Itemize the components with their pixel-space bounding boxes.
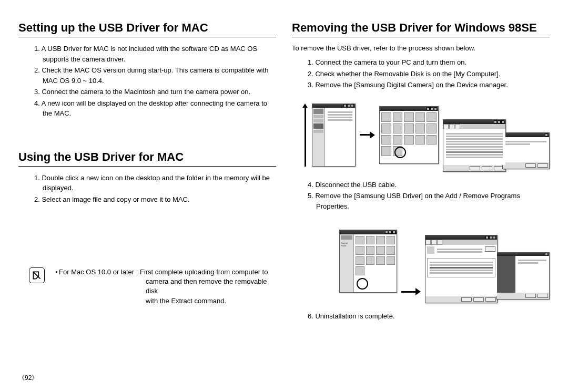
list-item: 2. Check whether the Removable Disk is o… xyxy=(308,69,550,79)
list-item: 3. Remove the [Samsung Digital Camera] o… xyxy=(308,80,550,90)
intro-text: To remove the USB driver, refer to the p… xyxy=(292,44,550,53)
heading-setup-mac: Setting up the USB Driver for MAC xyxy=(18,21,276,37)
remove-list-b: 4. Disconnect the USB cable. 5. Remove t… xyxy=(292,180,550,212)
list-item: 5. Remove the [Samsung USB Driver] on th… xyxy=(308,191,550,211)
page-number: 《92》 xyxy=(18,374,38,383)
left-column: Setting up the USB Driver for MAC 1. A U… xyxy=(18,21,276,323)
list-item: 4. Disconnect the USB cable. xyxy=(308,180,550,190)
list-item: 2. Select an image file and copy or move… xyxy=(34,194,276,205)
figure-row-1 xyxy=(302,98,550,172)
screenshot-complete-dialog xyxy=(496,252,550,300)
list-item: 1. A USB Driver for MAC is not included … xyxy=(34,44,276,64)
list-item: 6. Uninstallation is complete. xyxy=(308,311,550,322)
note-text: For Mac OS 10.0 or later : First complet… xyxy=(55,267,276,277)
screenshot-device-manager xyxy=(443,119,506,172)
remove-list-c: 6. Uninstallation is complete. xyxy=(292,311,550,322)
screenshot-add-remove-programs xyxy=(425,235,498,303)
screenshot-control-panel-2: Control Panel xyxy=(339,230,397,293)
list-item: 2. Check the MAC OS version during start… xyxy=(34,65,276,86)
right-arrow-icon xyxy=(360,131,376,139)
list-item: 3. Connect the camera to the Macintosh a… xyxy=(34,87,276,97)
screenshot-my-computer xyxy=(379,106,438,164)
screenshot-control-panel xyxy=(312,104,356,167)
heading-remove-win98: Removing the USB Driver for Windows 98SE xyxy=(292,21,550,37)
list-item: 1. Connect the camera to your PC and tur… xyxy=(308,57,550,68)
note-icon xyxy=(29,267,45,283)
list-item: 4. A new icon will be displayed on the d… xyxy=(34,98,276,119)
screenshot-confirm-dialog xyxy=(502,132,550,169)
right-arrow-icon xyxy=(401,288,421,295)
heading-using-mac: Using the USB Driver for MAC xyxy=(18,150,276,167)
remove-list-a: 1. Connect the camera to your PC and tur… xyxy=(292,57,550,90)
note-text: camera and then remove the removable dis… xyxy=(55,277,276,296)
using-mac-list: 1. Double click a new icon on the deskto… xyxy=(18,173,276,205)
figure-row-2: Control Panel xyxy=(339,219,550,303)
right-column: Removing the USB Driver for Windows 98SE… xyxy=(292,21,550,323)
list-item: 1. Double click a new icon on the deskto… xyxy=(34,173,276,193)
up-arrow-icon xyxy=(302,104,308,167)
note-box: For Mac OS 10.0 or later : First complet… xyxy=(18,267,276,306)
setup-mac-list: 1. A USB Driver for MAC is not included … xyxy=(18,44,276,119)
note-text: with the Extract command. xyxy=(55,296,276,306)
